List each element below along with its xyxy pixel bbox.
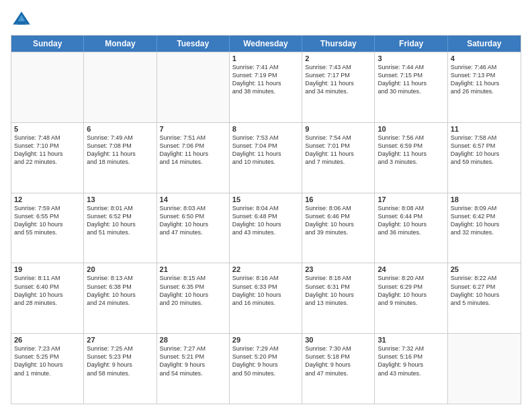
day-number: 4 bbox=[451, 54, 518, 62]
day-info: Sunrise: 8:03 AM Sunset: 6:50 PM Dayligh… bbox=[160, 204, 226, 237]
header-day-sunday: Sunday bbox=[11, 36, 84, 52]
day-info: Sunrise: 8:20 AM Sunset: 6:29 PM Dayligh… bbox=[378, 274, 444, 307]
calendar-cell: 17Sunrise: 8:08 AM Sunset: 6:44 PM Dayli… bbox=[375, 193, 447, 263]
day-info: Sunrise: 7:41 AM Sunset: 7:19 PM Dayligh… bbox=[232, 63, 299, 96]
day-info: Sunrise: 7:54 AM Sunset: 7:01 PM Dayligh… bbox=[305, 134, 371, 167]
day-number: 17 bbox=[378, 195, 444, 203]
day-info: Sunrise: 7:48 AM Sunset: 7:10 PM Dayligh… bbox=[14, 134, 81, 167]
calendar-cell: 11Sunrise: 7:58 AM Sunset: 6:57 PM Dayli… bbox=[448, 123, 521, 193]
calendar-cell: 8Sunrise: 7:53 AM Sunset: 7:04 PM Daylig… bbox=[230, 123, 302, 193]
calendar-cell: 4Sunrise: 7:46 AM Sunset: 7:13 PM Daylig… bbox=[448, 52, 521, 122]
day-number: 25 bbox=[451, 265, 518, 273]
svg-rect-2 bbox=[17, 21, 26, 25]
page: SundayMondayTuesdayWednesdayThursdayFrid… bbox=[0, 0, 532, 411]
day-info: Sunrise: 7:51 AM Sunset: 7:06 PM Dayligh… bbox=[160, 134, 226, 167]
day-number: 2 bbox=[305, 54, 371, 62]
calendar-cell: 9Sunrise: 7:54 AM Sunset: 7:01 PM Daylig… bbox=[302, 123, 375, 193]
day-number: 28 bbox=[160, 336, 226, 344]
calendar-row-3: 19Sunrise: 8:11 AM Sunset: 6:40 PM Dayli… bbox=[11, 263, 521, 333]
calendar-cell: 28Sunrise: 7:27 AM Sunset: 5:21 PM Dayli… bbox=[157, 334, 230, 404]
day-info: Sunrise: 8:06 AM Sunset: 6:46 PM Dayligh… bbox=[305, 204, 371, 237]
day-number: 9 bbox=[305, 125, 371, 133]
day-info: Sunrise: 8:11 AM Sunset: 6:40 PM Dayligh… bbox=[14, 274, 81, 307]
day-number: 6 bbox=[87, 125, 153, 133]
calendar-cell bbox=[11, 52, 84, 122]
calendar-cell bbox=[448, 334, 521, 404]
day-number: 12 bbox=[14, 195, 81, 203]
calendar-cell: 29Sunrise: 7:29 AM Sunset: 5:20 PM Dayli… bbox=[230, 334, 302, 404]
day-info: Sunrise: 8:22 AM Sunset: 6:27 PM Dayligh… bbox=[451, 274, 518, 307]
calendar-cell: 10Sunrise: 7:56 AM Sunset: 6:59 PM Dayli… bbox=[375, 123, 447, 193]
calendar-cell: 20Sunrise: 8:13 AM Sunset: 6:38 PM Dayli… bbox=[84, 263, 157, 333]
header-day-thursday: Thursday bbox=[302, 36, 375, 52]
calendar-cell: 12Sunrise: 7:59 AM Sunset: 6:55 PM Dayli… bbox=[11, 193, 84, 263]
day-info: Sunrise: 8:08 AM Sunset: 6:44 PM Dayligh… bbox=[378, 204, 444, 237]
calendar-cell: 21Sunrise: 8:15 AM Sunset: 6:35 PM Dayli… bbox=[157, 263, 230, 333]
day-number: 10 bbox=[378, 125, 444, 133]
day-info: Sunrise: 7:27 AM Sunset: 5:21 PM Dayligh… bbox=[160, 345, 226, 377]
day-number: 1 bbox=[232, 54, 299, 62]
day-number: 21 bbox=[160, 265, 226, 273]
day-number: 15 bbox=[232, 195, 299, 203]
day-info: Sunrise: 8:04 AM Sunset: 6:48 PM Dayligh… bbox=[232, 204, 299, 237]
day-info: Sunrise: 8:01 AM Sunset: 6:52 PM Dayligh… bbox=[87, 204, 153, 237]
day-info: Sunrise: 8:16 AM Sunset: 6:33 PM Dayligh… bbox=[232, 274, 299, 307]
calendar-cell: 22Sunrise: 8:16 AM Sunset: 6:33 PM Dayli… bbox=[230, 263, 302, 333]
day-number: 30 bbox=[305, 336, 371, 344]
calendar-cell: 14Sunrise: 8:03 AM Sunset: 6:50 PM Dayli… bbox=[157, 193, 230, 263]
calendar-cell: 7Sunrise: 7:51 AM Sunset: 7:06 PM Daylig… bbox=[157, 123, 230, 193]
calendar-row-4: 26Sunrise: 7:23 AM Sunset: 5:25 PM Dayli… bbox=[11, 333, 521, 404]
day-info: Sunrise: 8:13 AM Sunset: 6:38 PM Dayligh… bbox=[87, 274, 153, 307]
day-number: 14 bbox=[160, 195, 226, 203]
day-number: 20 bbox=[87, 265, 153, 273]
calendar-cell: 5Sunrise: 7:48 AM Sunset: 7:10 PM Daylig… bbox=[11, 123, 84, 193]
day-info: Sunrise: 7:29 AM Sunset: 5:20 PM Dayligh… bbox=[232, 345, 299, 377]
header-day-monday: Monday bbox=[84, 36, 157, 52]
calendar-cell: 26Sunrise: 7:23 AM Sunset: 5:25 PM Dayli… bbox=[11, 334, 84, 404]
calendar-cell: 23Sunrise: 8:18 AM Sunset: 6:31 PM Dayli… bbox=[302, 263, 375, 333]
day-info: Sunrise: 8:18 AM Sunset: 6:31 PM Dayligh… bbox=[305, 274, 371, 307]
calendar-cell bbox=[84, 52, 157, 122]
day-number: 26 bbox=[14, 336, 81, 344]
day-number: 22 bbox=[232, 265, 299, 273]
logo-icon bbox=[11, 9, 32, 31]
calendar-row-2: 12Sunrise: 7:59 AM Sunset: 6:55 PM Dayli… bbox=[11, 193, 521, 263]
day-info: Sunrise: 7:49 AM Sunset: 7:08 PM Dayligh… bbox=[87, 134, 153, 167]
day-info: Sunrise: 7:53 AM Sunset: 7:04 PM Dayligh… bbox=[232, 134, 299, 167]
calendar-cell: 31Sunrise: 7:32 AM Sunset: 5:16 PM Dayli… bbox=[375, 334, 447, 404]
logo bbox=[11, 9, 35, 31]
calendar-row-1: 5Sunrise: 7:48 AM Sunset: 7:10 PM Daylig… bbox=[11, 122, 521, 193]
calendar-cell: 3Sunrise: 7:44 AM Sunset: 7:15 PM Daylig… bbox=[375, 52, 447, 122]
calendar-cell: 13Sunrise: 8:01 AM Sunset: 6:52 PM Dayli… bbox=[84, 193, 157, 263]
calendar-cell: 27Sunrise: 7:25 AM Sunset: 5:23 PM Dayli… bbox=[84, 334, 157, 404]
day-info: Sunrise: 7:23 AM Sunset: 5:25 PM Dayligh… bbox=[14, 345, 81, 377]
day-number: 31 bbox=[378, 336, 444, 344]
day-number: 5 bbox=[14, 125, 81, 133]
calendar-cell: 6Sunrise: 7:49 AM Sunset: 7:08 PM Daylig… bbox=[84, 123, 157, 193]
day-number: 29 bbox=[232, 336, 299, 344]
calendar-cell: 19Sunrise: 8:11 AM Sunset: 6:40 PM Dayli… bbox=[11, 263, 84, 333]
calendar-cell: 1Sunrise: 7:41 AM Sunset: 7:19 PM Daylig… bbox=[230, 52, 302, 122]
day-number: 3 bbox=[378, 54, 444, 62]
day-info: Sunrise: 8:15 AM Sunset: 6:35 PM Dayligh… bbox=[160, 274, 226, 307]
day-info: Sunrise: 7:44 AM Sunset: 7:15 PM Dayligh… bbox=[378, 63, 444, 96]
day-number: 18 bbox=[451, 195, 518, 203]
header-day-friday: Friday bbox=[375, 36, 447, 52]
day-number: 8 bbox=[232, 125, 299, 133]
day-number: 16 bbox=[305, 195, 371, 203]
day-number: 11 bbox=[451, 125, 518, 133]
calendar: SundayMondayTuesdayWednesdayThursdayFrid… bbox=[11, 35, 521, 404]
day-number: 24 bbox=[378, 265, 444, 273]
day-info: Sunrise: 7:58 AM Sunset: 6:57 PM Dayligh… bbox=[451, 134, 518, 167]
calendar-cell: 15Sunrise: 8:04 AM Sunset: 6:48 PM Dayli… bbox=[230, 193, 302, 263]
calendar-header: SundayMondayTuesdayWednesdayThursdayFrid… bbox=[11, 36, 521, 52]
calendar-cell: 30Sunrise: 7:30 AM Sunset: 5:18 PM Dayli… bbox=[302, 334, 375, 404]
day-info: Sunrise: 7:43 AM Sunset: 7:17 PM Dayligh… bbox=[305, 63, 371, 96]
day-info: Sunrise: 8:09 AM Sunset: 6:42 PM Dayligh… bbox=[451, 204, 518, 237]
calendar-cell: 18Sunrise: 8:09 AM Sunset: 6:42 PM Dayli… bbox=[448, 193, 521, 263]
day-number: 27 bbox=[87, 336, 153, 344]
day-number: 23 bbox=[305, 265, 371, 273]
day-number: 13 bbox=[87, 195, 153, 203]
calendar-row-0: 1Sunrise: 7:41 AM Sunset: 7:19 PM Daylig… bbox=[11, 52, 521, 122]
calendar-cell: 16Sunrise: 8:06 AM Sunset: 6:46 PM Dayli… bbox=[302, 193, 375, 263]
